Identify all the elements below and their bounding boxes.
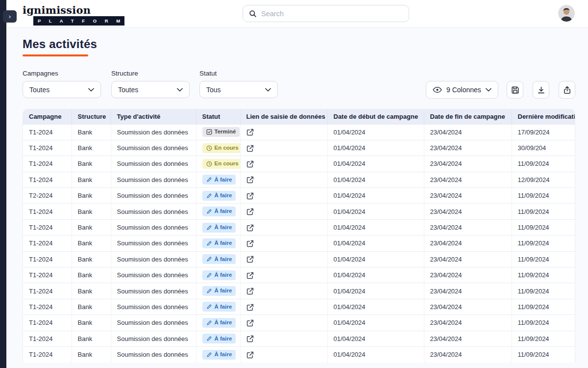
external-link-icon[interactable]: [246, 319, 254, 327]
cell-campagne: T1-2024: [23, 156, 72, 172]
cell-statut: À faire: [196, 331, 240, 346]
cell-data-entry-link: [240, 251, 327, 267]
external-link-icon[interactable]: [246, 145, 254, 152]
cell-type-activite: Soumission des données: [111, 140, 196, 156]
cell-structure: Bank: [72, 188, 111, 204]
structure-select[interactable]: Toutes: [111, 81, 190, 98]
cell-type-activite: Soumission des données: [111, 188, 196, 204]
campagnes-select[interactable]: Toutes: [23, 81, 101, 98]
external-link-icon[interactable]: [246, 256, 254, 263]
external-link-icon[interactable]: [246, 288, 254, 295]
cell-data-entry-link: [240, 188, 327, 204]
pencil-icon: [206, 225, 212, 231]
cell-date-debut: 01/04/2024: [327, 188, 424, 204]
status-badge: À faire: [202, 318, 236, 328]
status-label: À faire: [215, 288, 232, 294]
col-header-date-debut[interactable]: Date de début de campagne: [327, 109, 424, 124]
save-view-button[interactable]: [507, 81, 523, 99]
pencil-icon: [206, 240, 212, 246]
save-icon: [511, 86, 519, 94]
cell-date-fin: 23/04/2024: [424, 299, 512, 315]
cell-derniere-modification: 11/09/2024: [512, 188, 575, 204]
cell-type-activite: Soumission des données: [111, 172, 196, 187]
cell-statut: À faire: [196, 172, 240, 187]
cell-derniere-modification: 11/09/2024: [512, 315, 575, 331]
sidebar-expand-button[interactable]: ›: [3, 10, 17, 23]
table-row: T1-2024 Bank Soumission des données À fa…: [23, 236, 575, 251]
download-button[interactable]: [533, 81, 549, 99]
status-badge: À faire: [202, 350, 236, 360]
external-link-icon[interactable]: [246, 192, 254, 200]
collapsed-sidebar-rail: [0, 0, 6, 368]
search-input[interactable]: [261, 10, 403, 18]
external-link-icon[interactable]: [246, 176, 254, 184]
cell-campagne: T1-2024: [23, 299, 72, 315]
col-header-lien-saisie[interactable]: Lien de saisie de données: [240, 109, 327, 124]
cell-statut: À faire: [196, 346, 240, 362]
cell-campagne: T1-2024: [23, 140, 72, 156]
cell-date-debut: 01/04/2024: [327, 267, 424, 283]
external-link-icon[interactable]: [246, 160, 254, 168]
status-badge: Terminé: [202, 127, 240, 137]
table-row: T1-2024 Bank Soumission des données À fa…: [23, 172, 575, 187]
cell-structure: Bank: [72, 331, 111, 346]
table-row: T1-2024 Bank Soumission des données À fa…: [23, 346, 575, 362]
external-link-icon[interactable]: [246, 335, 254, 342]
cell-statut: À faire: [196, 219, 240, 235]
cell-date-fin: 23/04/2024: [424, 219, 512, 235]
user-avatar[interactable]: [558, 5, 575, 22]
col-header-statut[interactable]: Statut: [196, 109, 240, 124]
table-row: T1-2024 Bank Soumission des données En c…: [23, 140, 575, 156]
search-icon: [249, 10, 257, 18]
cell-derniere-modification: 11/09/2024: [512, 204, 575, 219]
export-button[interactable]: [559, 81, 575, 99]
search-bar[interactable]: [243, 5, 409, 22]
external-link-icon[interactable]: [246, 208, 254, 215]
col-header-structure[interactable]: Structure: [72, 109, 111, 124]
cell-structure: Bank: [72, 315, 111, 331]
external-link-icon[interactable]: [246, 304, 254, 311]
filter-label-structure: Structure: [111, 70, 138, 77]
table-header-row: Campagne Structure Type d'activité Statu…: [23, 109, 575, 124]
status-badge: À faire: [202, 207, 236, 216]
external-link-icon[interactable]: [246, 240, 254, 247]
status-label: À faire: [215, 352, 232, 358]
col-header-derniere-modification[interactable]: Dernière modification: [512, 109, 575, 124]
cell-date-fin: 23/04/2024: [424, 346, 512, 362]
col-header-type-activite[interactable]: Type d'activité: [111, 109, 196, 124]
cell-statut: En cours: [196, 140, 240, 156]
status-badge: À faire: [202, 334, 236, 343]
cell-type-activite: Soumission des données: [111, 346, 196, 362]
cell-date-fin: 23/04/2024: [424, 204, 512, 219]
statut-select[interactable]: Tous: [199, 81, 278, 98]
external-link-icon[interactable]: [246, 129, 254, 136]
col-header-date-fin[interactable]: Date de fin de campagne: [424, 109, 512, 124]
col-header-campagne[interactable]: Campagne: [23, 109, 72, 124]
status-badge: À faire: [202, 286, 236, 296]
download-icon: [537, 86, 545, 94]
table-body: T1-2024 Bank Soumission des données Term…: [23, 124, 575, 363]
external-link-icon[interactable]: [246, 224, 254, 232]
top-bar: ignimission P L A T F O R M: [0, 0, 588, 28]
cell-structure: Bank: [72, 299, 111, 315]
cell-date-debut: 01/04/2024: [327, 140, 424, 156]
external-link-icon[interactable]: [246, 272, 254, 279]
chevron-right-icon: ›: [8, 13, 11, 20]
cell-date-fin: 23/04/2024: [424, 140, 512, 156]
pencil-icon: [206, 193, 212, 199]
cell-structure: Bank: [72, 172, 111, 187]
cell-derniere-modification: 11/09/2024: [512, 299, 575, 315]
table-row: T1-2024 Bank Soumission des données À fa…: [23, 331, 575, 346]
cell-data-entry-link: [240, 267, 327, 283]
external-link-icon[interactable]: [246, 351, 254, 359]
cell-date-debut: 01/04/2024: [327, 331, 424, 346]
status-label: À faire: [215, 225, 232, 231]
cell-date-fin: 23/04/2024: [424, 236, 512, 251]
pencil-icon: [206, 320, 212, 326]
eye-icon: [433, 86, 442, 93]
columns-visibility-button[interactable]: 9 Colonnes: [426, 81, 498, 99]
cell-date-debut: 01/04/2024: [327, 283, 424, 299]
cell-data-entry-link: [240, 156, 327, 172]
cell-type-activite: Soumission des données: [111, 251, 196, 267]
cell-campagne: T1-2024: [23, 172, 72, 187]
